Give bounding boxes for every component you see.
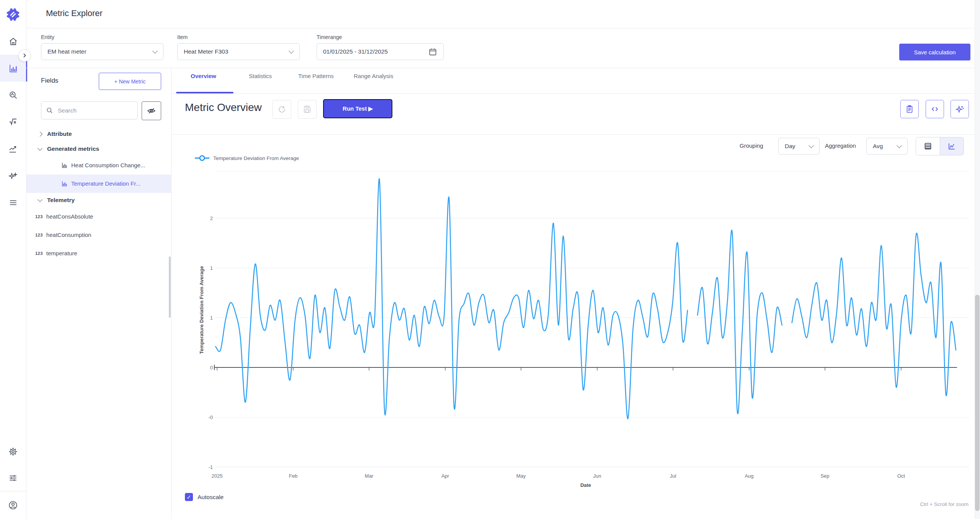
tree-group-label: Generated metrics bbox=[47, 145, 99, 152]
sidebar-item-account[interactable] bbox=[0, 495, 26, 516]
timerange-picker[interactable]: 01/01/2025 - 31/12/2025 bbox=[317, 43, 444, 60]
tab-time-patterns[interactable]: Time Patterns bbox=[298, 73, 334, 79]
sidebar-item-menu[interactable] bbox=[0, 192, 26, 213]
svg-text:Sep: Sep bbox=[820, 473, 829, 479]
account-icon bbox=[8, 500, 18, 510]
tab-range-analysis[interactable]: Range Analysis bbox=[354, 73, 393, 79]
svg-text:-1: -1 bbox=[208, 464, 213, 470]
chevron-down-icon bbox=[289, 48, 294, 54]
reset-button[interactable] bbox=[273, 100, 291, 119]
telemetry-item-temperature[interactable]: 123 temperature bbox=[35, 250, 77, 256]
check-icon: ✓ bbox=[186, 494, 191, 501]
svg-text:Aug: Aug bbox=[745, 473, 753, 479]
tab-statistics[interactable]: Statistics bbox=[249, 73, 272, 79]
number-field-icon: 123 bbox=[35, 214, 43, 219]
rail-divider bbox=[0, 491, 26, 491]
timerange-value: 01/01/2025 - 31/12/2025 bbox=[323, 48, 428, 55]
metric-item-heat-consumption-change[interactable]: Heat Consumption Change... bbox=[61, 162, 145, 168]
report-button[interactable] bbox=[900, 100, 919, 118]
chevron-down-icon bbox=[152, 48, 158, 54]
svg-text:Feb: Feb bbox=[289, 473, 297, 479]
svg-text:1: 1 bbox=[210, 315, 213, 321]
sidebar-item-home[interactable] bbox=[0, 31, 26, 52]
item-select[interactable]: Heat Meter F303 bbox=[177, 43, 300, 60]
svg-text:Temperature Deviation From Ave: Temperature Deviation From Average bbox=[199, 266, 204, 354]
search-input[interactable] bbox=[57, 107, 127, 114]
autoscale-checkbox[interactable]: ✓ bbox=[185, 493, 193, 501]
bar-chart-icon bbox=[61, 180, 68, 187]
filter-row-divider bbox=[26, 68, 980, 68]
svg-text:Mar: Mar bbox=[365, 473, 374, 479]
header-divider bbox=[26, 28, 980, 28]
svg-text:0: 0 bbox=[210, 365, 213, 370]
chart-plot[interactable]: 2110-0-12025FebMarAprMayJunJulAugSepOctT… bbox=[171, 134, 980, 519]
sidebar-scrollbar[interactable] bbox=[169, 256, 171, 318]
tab-overview[interactable]: Overview bbox=[191, 73, 216, 79]
run-test-button[interactable]: Run Test ▶ bbox=[323, 99, 392, 118]
refresh-icon bbox=[277, 104, 287, 114]
clipboard-icon bbox=[905, 104, 914, 114]
zoom-hint: Ctrl + Scroll for zoom bbox=[842, 501, 969, 507]
svg-text:Oct: Oct bbox=[897, 473, 905, 479]
logo-icon bbox=[6, 7, 20, 22]
search-icon bbox=[46, 107, 53, 114]
number-field-icon: 123 bbox=[35, 233, 43, 237]
telemetry-item-label: heatConsumption bbox=[46, 232, 91, 238]
metric-explorer-icon bbox=[8, 64, 18, 73]
ai-sparkles-icon bbox=[8, 172, 18, 182]
sidebar-item-data-search[interactable] bbox=[0, 84, 26, 106]
svg-text:2025: 2025 bbox=[212, 473, 223, 479]
entity-label: Entity bbox=[41, 34, 54, 40]
timerange-label: Timerange bbox=[317, 34, 342, 40]
expand-sidebar-button[interactable] bbox=[18, 49, 31, 62]
save-calculation-button[interactable]: Save calculation bbox=[899, 44, 970, 60]
save-metric-button[interactable] bbox=[298, 100, 317, 119]
formula-icon bbox=[8, 117, 18, 127]
fields-title: Fields bbox=[41, 77, 58, 85]
chevron-down-icon bbox=[38, 197, 42, 202]
data-search-icon bbox=[8, 90, 18, 100]
autoscale-label: Autoscale bbox=[198, 494, 224, 501]
tabs-divider bbox=[171, 93, 980, 94]
menu-icon bbox=[8, 198, 18, 207]
nav-rail bbox=[0, 0, 26, 519]
chevron-right-icon bbox=[22, 53, 27, 58]
toggle-hidden-fields-button[interactable] bbox=[142, 101, 161, 120]
page-title: Metric Explorer bbox=[46, 8, 103, 18]
calendar-icon bbox=[428, 47, 437, 56]
section-title: Metric Overview bbox=[185, 101, 262, 114]
metric-item-label: Heat Consumption Change... bbox=[71, 162, 145, 168]
item-label: Item bbox=[177, 34, 188, 40]
tree-group-label: Attribute bbox=[47, 131, 72, 137]
svg-text:Date: Date bbox=[580, 482, 591, 488]
code-icon bbox=[930, 104, 939, 114]
trends-icon bbox=[8, 144, 18, 154]
code-view-button[interactable] bbox=[926, 100, 944, 118]
number-field-icon: 123 bbox=[35, 251, 43, 256]
sidebar-item-ai-assistant[interactable] bbox=[0, 166, 26, 188]
sidebar-item-settings[interactable] bbox=[0, 441, 26, 462]
tree-group-generated-metrics[interactable]: Generated metrics bbox=[38, 145, 99, 152]
svg-text:Jun: Jun bbox=[593, 473, 601, 479]
entity-select[interactable]: EM heat meter bbox=[41, 43, 163, 60]
sidebar-item-trends[interactable] bbox=[0, 139, 26, 160]
ai-generate-button[interactable] bbox=[951, 100, 969, 118]
field-search[interactable] bbox=[41, 101, 138, 119]
bar-chart-icon bbox=[61, 162, 68, 168]
page-scrollbar-thumb[interactable] bbox=[975, 295, 980, 511]
svg-text:-0: -0 bbox=[208, 415, 213, 420]
telemetry-item-heatconsabsolute[interactable]: 123 heatConsAbsolute bbox=[35, 213, 93, 220]
sidebar-item-preferences[interactable] bbox=[0, 467, 26, 489]
new-metric-button[interactable]: + New Metric bbox=[99, 73, 161, 90]
chevron-down-icon bbox=[38, 146, 42, 151]
tree-group-telemetry[interactable]: Telemetry bbox=[38, 197, 75, 204]
metric-item-temperature-deviation[interactable]: Temperature Deviation Fr... bbox=[61, 180, 140, 187]
tree-group-attribute[interactable]: Attribute bbox=[38, 131, 72, 137]
telemetry-item-heatconsumption[interactable]: 123 heatConsumption bbox=[35, 232, 91, 238]
svg-text:May: May bbox=[516, 473, 526, 479]
app-logo bbox=[0, 4, 26, 25]
sidebar-item-formula[interactable] bbox=[0, 111, 26, 132]
svg-text:1: 1 bbox=[210, 265, 213, 271]
chevron-right-icon bbox=[38, 132, 42, 137]
svg-text:Jul: Jul bbox=[670, 473, 676, 479]
